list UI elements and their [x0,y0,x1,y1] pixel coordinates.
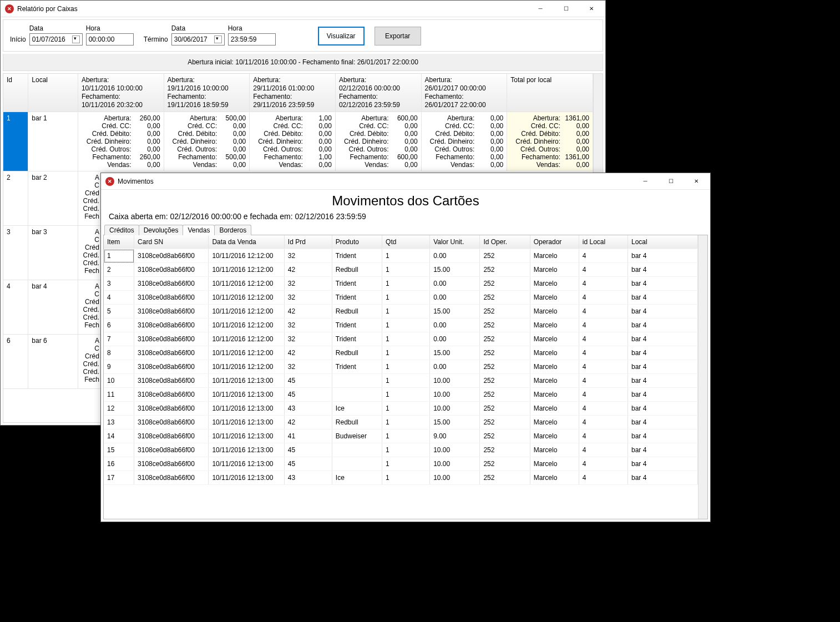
column-header[interactable]: id Local [579,235,628,249]
column-header[interactable]: Card SN [134,235,209,249]
cell: 252 [480,429,530,443]
tab-vendas[interactable]: Vendas [183,225,215,235]
cell: 1 [382,416,430,429]
period-cell: Abertura:260,00Créd. CC:0,00Créd. Débito… [78,112,164,171]
column-header[interactable]: Abertura: 26/01/2017 00:00:00 Fechamento… [421,74,507,112]
cell: 10/11/2016 12:13:00 [209,457,284,471]
vertical-scrollbar[interactable] [698,235,707,519]
table-row[interactable]: 73108ce0d8ab66f0010/11/2016 12:12:0032Tr… [104,332,698,346]
maximize-button[interactable]: ☐ [553,1,579,17]
column-header[interactable]: Local [28,74,78,112]
table-row[interactable]: 53108ce0d8ab66f0010/11/2016 12:12:0042Re… [104,305,698,318]
column-header[interactable]: Abertura: 02/12/2016 00:00:00 Fechamento… [335,74,421,112]
table-row[interactable]: 143108ce0d8ab66f0010/11/2016 12:13:0041B… [104,429,698,443]
minimize-button[interactable]: ─ [528,1,553,17]
cell: 3108ce0d8ab66f00 [134,291,209,305]
cell: 4 [579,471,628,485]
cell: 8 [104,346,134,360]
table-row[interactable]: 13108ce0d8ab66f0010/11/2016 12:12:0032Tr… [104,249,698,263]
dropdown-icon[interactable] [72,36,80,43]
local-cell: bar 3 [28,226,78,280]
table-row[interactable]: 123108ce0d8ab66f0010/11/2016 12:13:0043I… [104,402,698,416]
cell: 252 [480,443,530,457]
movimentos-grid-scroll[interactable]: ItemCard SNData da VendaId PrdProdutoQtd… [104,235,698,519]
cell: Marcelo [530,332,579,346]
column-header[interactable]: Abertura: 19/11/2016 10:00:00 Fechamento… [164,74,250,112]
cell: 32 [284,332,332,346]
cell [332,443,382,457]
cell: 42 [284,416,332,429]
visualizar-button[interactable]: Visualizar [318,27,365,45]
table-row[interactable]: 133108ce0d8ab66f0010/11/2016 12:13:0042R… [104,416,698,429]
column-header[interactable]: Local [628,235,697,249]
cell: 4 [579,291,628,305]
cell: 1 [382,263,430,277]
dropdown-icon[interactable] [214,36,222,43]
table-row[interactable]: 43108ce0d8ab66f0010/11/2016 12:12:0032Tr… [104,291,698,305]
close-button[interactable]: ✕ [579,1,604,17]
table-row[interactable]: 23108ce0d8ab66f0010/11/2016 12:12:0042Re… [104,263,698,277]
exportar-button[interactable]: Exportar [375,27,421,45]
cell: Marcelo [530,249,579,263]
column-header[interactable]: Abertura: 29/11/2016 01:00:00 Fechamento… [250,74,336,112]
cell: 10/11/2016 12:12:00 [209,318,284,332]
table-row[interactable]: 1bar 1Abertura:260,00Créd. CC:0,00Créd. … [3,112,593,171]
table-row[interactable]: 103108ce0d8ab66f0010/11/2016 12:13:00451… [104,374,698,388]
column-header[interactable]: Id Oper. [480,235,530,249]
table-row[interactable]: 113108ce0d8ab66f0010/11/2016 12:13:00451… [104,388,698,402]
cell: Trident [332,291,382,305]
cell: Marcelo [530,457,579,471]
table-row[interactable]: 63108ce0d8ab66f0010/11/2016 12:12:0032Tr… [104,318,698,332]
cell: 3108ce0d8ab66f00 [134,388,209,402]
cell: bar 4 [628,277,697,291]
column-header[interactable]: Abertura: 10/11/2016 10:00:00 Fechamento… [78,74,164,112]
cell: Marcelo [530,388,579,402]
data-label: Data [29,24,83,32]
cell: 3108ce0d8ab66f00 [134,457,209,471]
minimize-button[interactable]: ─ [632,173,658,190]
column-header[interactable]: Valor Unit. [430,235,480,249]
maximize-button[interactable]: ☐ [658,173,684,190]
cell: bar 4 [628,249,697,263]
period-cell: Abertura:0,00Créd. CC:0,00Créd. Débito:0… [421,112,507,171]
column-header[interactable]: Operador [530,235,579,249]
column-header[interactable]: Data da Venda [209,235,284,249]
tab-créditos[interactable]: Créditos [104,225,139,235]
titlebar[interactable]: ✕ Movimentos ─ ☐ ✕ [101,173,710,190]
cell: 42 [284,346,332,360]
table-row[interactable]: 93108ce0d8ab66f0010/11/2016 12:12:0032Tr… [104,360,698,374]
column-header[interactable]: Item [104,235,134,249]
column-header[interactable]: Id [3,74,28,112]
table-row[interactable]: 163108ce0d8ab66f0010/11/2016 12:13:00451… [104,457,698,471]
cell: 41 [284,429,332,443]
cell [332,388,382,402]
tab-devoluções[interactable]: Devoluções [139,225,184,235]
inicio-data-input[interactable]: 01/07/2016 [29,33,83,45]
cell: bar 4 [628,263,697,277]
column-header[interactable]: Qtd [382,235,430,249]
termino-hora-input[interactable]: 23:59:59 [228,33,276,45]
cell: 15.00 [430,416,480,429]
tab-borderos[interactable]: Borderos [214,225,251,235]
cell: 1 [382,374,430,388]
titlebar[interactable]: ✕ Relatório por Caixas ─ ☐ ✕ [1,1,605,17]
table-row[interactable]: 173108ce0d8ab66f0010/11/2016 12:13:0043I… [104,471,698,485]
cell: 15.00 [430,263,480,277]
table-row[interactable]: 153108ce0d8ab66f0010/11/2016 12:13:00451… [104,443,698,457]
table-row[interactable]: 83108ce0d8ab66f0010/11/2016 12:12:0042Re… [104,346,698,360]
cell: bar 4 [628,443,697,457]
column-header[interactable]: Produto [332,235,382,249]
termino-data-input[interactable]: 30/06/2017 [171,33,225,45]
cell: 4 [579,305,628,318]
cell: Redbull [332,416,382,429]
column-header[interactable]: Id Prd [284,235,332,249]
termino-label: Término [144,36,168,45]
total-cell: Abertura:1361,00Créd. CC:0,00Créd. Débit… [507,112,593,171]
table-row[interactable]: 33108ce0d8ab66f0010/11/2016 12:12:0032Tr… [104,277,698,291]
column-header[interactable]: Total por local [507,74,593,112]
close-button[interactable]: ✕ [684,173,709,190]
cell: Trident [332,360,382,374]
cell: 4 [579,416,628,429]
inicio-hora-input[interactable]: 00:00:00 [86,33,134,45]
cell: 252 [480,471,530,485]
